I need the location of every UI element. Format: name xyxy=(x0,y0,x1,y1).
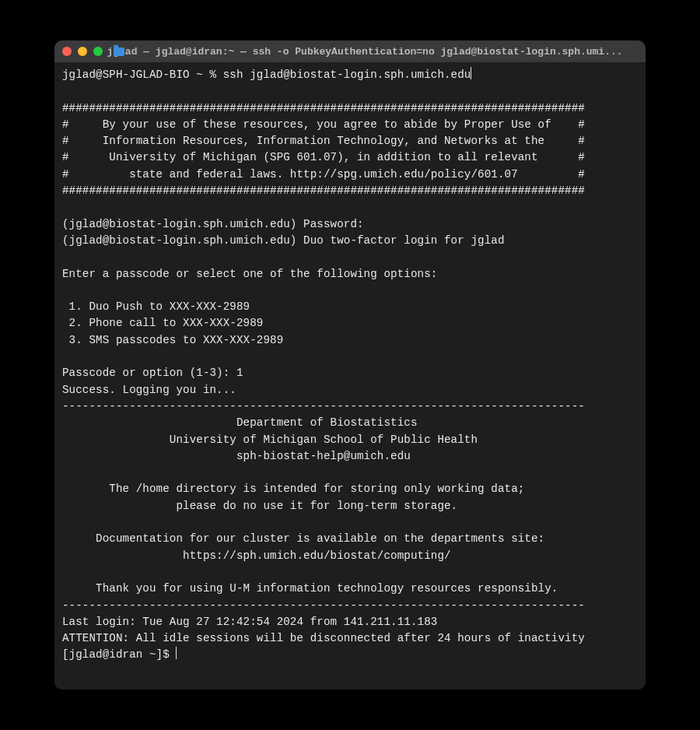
banner-line: # University of Michigan (SPG 601.07), i… xyxy=(62,151,585,163)
banner-line: # state and federal laws. http://spg.umi… xyxy=(62,168,585,181)
terminal-body[interactable]: jglad@SPH-JGLAD-BIO ~ % ssh jglad@biosta… xyxy=(54,62,646,690)
minimize-icon[interactable] xyxy=(78,47,87,56)
passcode-prompt: Passcode or option (1-3): xyxy=(62,367,236,379)
folder-icon xyxy=(114,47,124,56)
motd-line: sph-biostat-help@umich.edu xyxy=(62,450,411,462)
motd-line: Department of Biostatistics xyxy=(62,416,418,429)
banner-line: # Information Resources, Information Tec… xyxy=(62,135,585,147)
shell-prompt: [jglad@idran ~]$ xyxy=(62,648,176,661)
duo-option: 1. Duo Push to XXX-XXX-2989 xyxy=(62,300,250,313)
banner-line: # By your use of these resources, you ag… xyxy=(62,118,585,131)
cursor-icon xyxy=(176,647,177,659)
duo-option: 3. SMS passcodes to XXX-XXX-2989 xyxy=(62,334,283,346)
ssh-command: ssh jglad@biostat-login.sph.umich.edu xyxy=(223,68,471,81)
banner-border-top: ########################################… xyxy=(62,102,585,114)
window-title: jglad — jglad@idran:~ — ssh -o PubkeyAut… xyxy=(92,46,638,58)
passcode-choice: 1 xyxy=(236,367,243,379)
shell-prompt: jglad@SPH-JGLAD-BIO ~ % xyxy=(62,68,223,81)
duo-prompt: (jglad@biostat-login.sph.umich.edu) Duo … xyxy=(62,234,505,247)
close-icon[interactable] xyxy=(62,47,72,56)
motd-line: Thank you for using U-M information tech… xyxy=(62,582,558,595)
password-prompt: (jglad@biostat-login.sph.umich.edu) Pass… xyxy=(62,218,364,230)
motd-line: https://sph.umich.edu/biostat/computing/ xyxy=(62,549,451,562)
duo-option: 2. Phone call to XXX-XXX-2989 xyxy=(62,317,263,329)
login-success: Success. Logging you in... xyxy=(62,384,236,396)
duo-options-header: Enter a passcode or select one of the fo… xyxy=(62,268,437,280)
divider: ----------------------------------------… xyxy=(62,400,585,412)
terminal-window: jglad — jglad@idran:~ — ssh -o PubkeyAut… xyxy=(54,40,646,690)
cursor-icon xyxy=(471,67,471,79)
motd-line: The /home directory is intended for stor… xyxy=(62,483,524,495)
last-login: Last login: Tue Aug 27 12:42:54 2024 fro… xyxy=(62,616,437,628)
titlebar[interactable]: jglad — jglad@idran:~ — ssh -o PubkeyAut… xyxy=(54,40,646,62)
banner-border-bottom: ########################################… xyxy=(62,184,585,197)
motd-line: please do no use it for long-term storag… xyxy=(62,500,457,512)
motd-line: University of Michigan School of Public … xyxy=(62,433,478,446)
divider: ----------------------------------------… xyxy=(62,599,585,612)
motd-line: Documentation for our cluster is availab… xyxy=(62,532,544,545)
attention-notice: ATTENTION: All idle sessions will be dis… xyxy=(62,632,585,644)
